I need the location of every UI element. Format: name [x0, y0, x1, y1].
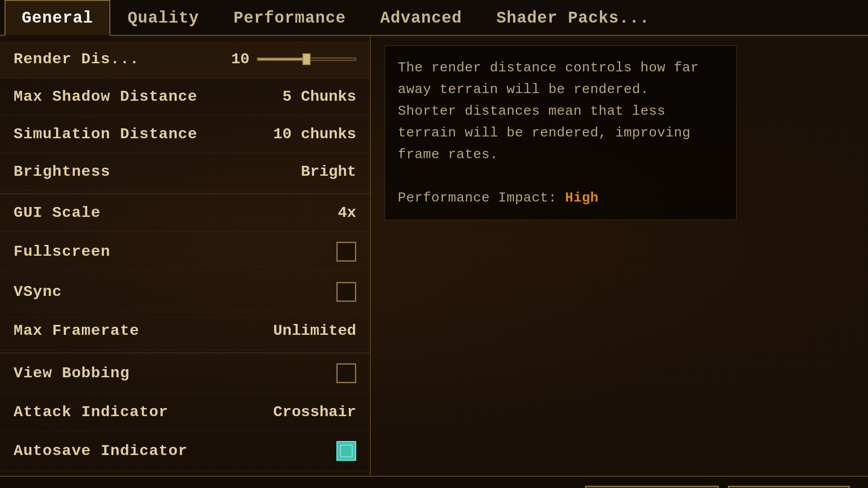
attack-indicator-value: Crosshair [273, 404, 356, 421]
render-distance-row[interactable]: Render Dis... 10 [0, 41, 370, 78]
brightness-label: Brightness [14, 163, 110, 180]
max-framerate-value: Unlimited [273, 322, 356, 339]
tab-bar: General Quality Performance Advanced Sha… [0, 0, 868, 36]
max-shadow-distance-label: Max Shadow Distance [14, 88, 198, 105]
slider-thumb[interactable] [302, 53, 311, 65]
autosave-indicator-checkbox[interactable] [336, 441, 356, 461]
fullscreen-checkbox[interactable] [336, 242, 356, 262]
simulation-distance-label: Simulation Distance [14, 126, 198, 143]
max-framerate-label: Max Framerate [14, 322, 139, 339]
view-bobbing-checkbox[interactable] [336, 363, 356, 383]
render-distance-label: Render Dis... [14, 51, 139, 68]
done-button[interactable]: Done [728, 486, 850, 488]
fullscreen-row[interactable]: Fullscreen [0, 232, 370, 272]
brightness-row[interactable]: Brightness Bright [0, 153, 370, 191]
simulation-distance-value: 10 chunks [273, 126, 356, 143]
tab-advanced[interactable]: Advanced [363, 0, 479, 35]
tab-shader-packs[interactable]: Shader Packs... [479, 0, 667, 35]
description-panel: The render distance controls how far awa… [371, 36, 868, 476]
view-bobbing-label: View Bobbing [14, 365, 130, 382]
max-shadow-distance-row[interactable]: Max Shadow Distance 5 Chunks [0, 78, 370, 116]
render-distance-slider[interactable] [257, 57, 356, 61]
autosave-indicator-label: Autosave Indicator [14, 442, 188, 460]
autosave-indicator-row[interactable]: Autosave Indicator [0, 431, 370, 471]
settings-panel: Render Dis... 10 Max Shadow Distance 5 C… [0, 36, 371, 476]
description-text: The render distance controls how far awa… [398, 57, 723, 209]
gui-scale-label: GUI Scale [14, 204, 101, 221]
performance-impact-label: Performance Impact: [398, 190, 565, 206]
description-box: The render distance controls how far awa… [384, 45, 737, 221]
attack-indicator-label: Attack Indicator [14, 404, 168, 421]
render-distance-value: 10 [227, 51, 250, 68]
tab-performance[interactable]: Performance [216, 0, 363, 35]
settings-window: General Quality Performance Advanced Sha… [0, 0, 868, 488]
slider-fill [258, 58, 307, 60]
view-bobbing-row[interactable]: View Bobbing [0, 352, 370, 394]
gui-scale-row[interactable]: GUI Scale 4x [0, 193, 370, 232]
bottom-bar: Apply Done [0, 476, 868, 488]
vsync-label: VSync [14, 283, 62, 300]
brightness-value: Bright [301, 163, 356, 180]
gui-scale-value: 4x [338, 204, 356, 221]
vsync-checkbox[interactable] [336, 282, 356, 302]
render-distance-control[interactable]: 10 [227, 51, 356, 68]
tab-general[interactable]: General [5, 0, 110, 36]
max-shadow-distance-value: 5 Chunks [283, 88, 356, 105]
vsync-row[interactable]: VSync [0, 272, 370, 312]
tab-quality[interactable]: Quality [110, 0, 216, 35]
attack-indicator-row[interactable]: Attack Indicator Crosshair [0, 394, 370, 431]
main-content: Render Dis... 10 Max Shadow Distance 5 C… [0, 36, 868, 476]
fullscreen-label: Fullscreen [14, 243, 110, 260]
performance-impact-value: High [565, 190, 599, 206]
simulation-distance-row[interactable]: Simulation Distance 10 chunks [0, 116, 370, 153]
apply-button[interactable]: Apply [585, 486, 719, 488]
max-framerate-row[interactable]: Max Framerate Unlimited [0, 312, 370, 350]
